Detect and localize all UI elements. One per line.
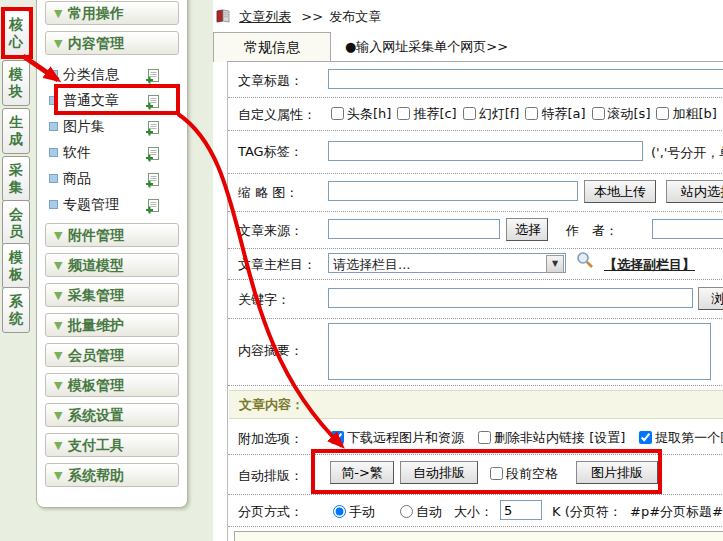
breadcrumb-link[interactable]: 文章列表	[239, 9, 291, 24]
sidebar-item-label: 图片集	[63, 118, 105, 134]
browse-button[interactable]: 浏览	[698, 287, 723, 310]
sidebar-item[interactable]: 普通文章	[37, 87, 187, 113]
attr-checkbox[interactable]	[331, 107, 344, 120]
vertical-tab-label: 模块	[8, 66, 24, 100]
attr-checkbox-item[interactable]: 特荐[a]	[525, 105, 585, 123]
sidebar-item[interactable]: 商品	[37, 165, 187, 191]
summary-textarea[interactable]	[328, 323, 711, 380]
search-category-icon[interactable]	[576, 251, 594, 272]
chevron-down-icon: ▼	[54, 285, 62, 307]
sidebar-group-button[interactable]: ▼ 模板管理	[45, 373, 179, 397]
sidebar-group-label: 模板管理	[68, 377, 124, 393]
attr-checkbox-item[interactable]: 滚动[s]	[592, 105, 651, 123]
sidebar-group-button[interactable]: ▼ 频道模型	[45, 253, 179, 277]
sidebar-group-label: 会员管理	[68, 347, 124, 363]
author-input[interactable]	[652, 219, 723, 239]
tab-general-info[interactable]: 常规信息	[213, 32, 331, 62]
auto-typeset-label: 自动排版：	[238, 467, 303, 485]
sidebar-group-button[interactable]: ▼ 采集管理	[45, 283, 179, 307]
vertical-tab-label: 模板	[8, 249, 24, 283]
custom-attrs-group: 头条[h] 推荐[c] 幻灯[f] 特荐[a] 滚动[s] 加粗[b] 图	[331, 105, 723, 123]
breadcrumb-current: 发布文章	[329, 9, 381, 24]
tag-input[interactable]	[328, 141, 643, 161]
sidebar-panel: ▼ 常用操作 ▼ 内容管理 分类信息	[36, 0, 188, 508]
sidebar-item[interactable]: 软件	[37, 139, 187, 165]
paging-size-input[interactable]	[500, 500, 542, 520]
chevron-down-icon: ▼	[54, 405, 62, 427]
attr-checkbox[interactable]	[592, 107, 605, 120]
chevron-down-icon: ▼	[54, 435, 62, 457]
auto-typeset-button[interactable]: 自动排版	[400, 461, 478, 484]
extra-option-item[interactable]: 下载远程图片和资源	[331, 429, 464, 447]
sidebar-group-button[interactable]: ▼ 系统帮助	[45, 463, 179, 487]
extra-option-item[interactable]: 删除非站内链接 [设置]	[478, 429, 625, 447]
vertical-tab[interactable]: 核心	[2, 10, 30, 56]
paging-manual-radio[interactable]	[333, 505, 346, 518]
content-editor-box[interactable]	[234, 531, 723, 541]
sidebar-groups-bottom: ▼ 附件管理 ▼ 频道模型 ▼ 采集管理 ▼ 批量维护 ▼ 会员管理 ▼ 模板管…	[37, 223, 187, 487]
attr-checkbox[interactable]	[397, 107, 410, 120]
extra-option-checkbox[interactable]	[478, 431, 491, 444]
paragraph-indent-item[interactable]: 段前空格	[490, 465, 558, 483]
source-select-button[interactable]: 选择	[506, 218, 548, 241]
extra-option-checkbox[interactable]	[639, 431, 652, 444]
sidebar-group-button[interactable]: ▼ 支付工具	[45, 433, 179, 457]
category-select[interactable]: 请选择栏目... ▼	[328, 253, 566, 273]
attr-checkbox-item[interactable]: 幻灯[f]	[463, 105, 520, 123]
attr-checkbox[interactable]	[525, 107, 538, 120]
paragraph-indent-checkbox[interactable]	[490, 467, 503, 480]
attr-checkbox-item[interactable]: 加粗[b]	[656, 105, 716, 123]
sidebar-group-button[interactable]: ▼ 系统设置	[45, 403, 179, 427]
extra-option-checkbox[interactable]	[331, 431, 344, 444]
tab-collect-url[interactable]: ●输入网址采集单个网页>>	[345, 38, 508, 56]
source-input[interactable]	[328, 219, 500, 239]
vertical-tab[interactable]: 模板	[2, 243, 30, 289]
sidebar-group-label: 系统设置	[68, 407, 124, 423]
vertical-tab-label: 生成	[8, 114, 24, 148]
breadcrumb-separator: >>	[301, 9, 323, 24]
sidebar-item[interactable]: 图片集	[37, 113, 187, 139]
author-label: 作 者：	[566, 222, 618, 240]
sidebar-item[interactable]: 分类信息	[37, 61, 187, 87]
row-keyword: 关键字： 浏览	[228, 279, 723, 319]
vertical-tab[interactable]: 会员	[2, 200, 30, 246]
paging-auto-radio[interactable]	[400, 505, 413, 518]
attr-checkbox-label: 头条[h]	[347, 106, 391, 121]
row-paging: 分页方式： 手动 自动 大小： K (分页符： #p#分页标题#e# )	[228, 494, 723, 527]
row-source: 文章来源： 选择 作 者：	[228, 211, 723, 249]
attr-checkbox-item[interactable]: 头条[h]	[331, 105, 391, 123]
site-select-button[interactable]: 站内选择	[666, 180, 723, 203]
vertical-tab[interactable]: 采集	[2, 156, 30, 202]
sidebar-group-label: 内容管理	[68, 35, 124, 51]
sidebar-group-label: 支付工具	[68, 437, 124, 453]
add-document-icon[interactable]	[145, 196, 160, 222]
attr-checkbox[interactable]	[656, 107, 669, 120]
vertical-tab[interactable]: 生成	[2, 108, 30, 154]
paging-auto-item[interactable]: 自动	[400, 503, 442, 521]
sidebar-item[interactable]: 专题管理	[37, 191, 187, 217]
extra-option-item[interactable]: 提取第一个图	[639, 429, 723, 447]
vertical-tab[interactable]: 系统	[2, 287, 30, 333]
sidebar-item-label: 专题管理	[63, 196, 119, 212]
sidebar-group-button[interactable]: ▼ 内容管理	[45, 31, 179, 55]
vertical-tab[interactable]: 模块	[2, 60, 30, 106]
local-upload-button[interactable]: 本地上传	[584, 180, 656, 203]
title-input[interactable]	[328, 69, 723, 89]
sub-category-link[interactable]: 【选择副栏目】	[604, 256, 695, 274]
simplified-to-traditional-button[interactable]: 简->繁	[330, 461, 394, 484]
chevron-down-icon: ▼	[54, 225, 62, 247]
attr-checkbox[interactable]	[463, 107, 476, 120]
sidebar-item-label: 普通文章	[63, 92, 119, 108]
sidebar-group-button[interactable]: ▼ 常用操作	[45, 1, 179, 25]
paging-manual-item[interactable]: 手动	[333, 503, 375, 521]
sidebar-group-button[interactable]: ▼ 批量维护	[45, 313, 179, 337]
thumbnail-input[interactable]	[328, 181, 578, 201]
book-icon	[215, 9, 235, 24]
sidebar-group-button[interactable]: ▼ 会员管理	[45, 343, 179, 367]
row-custom-attrs: 自定义属性： 头条[h] 推荐[c] 幻灯[f] 特荐[a] 滚动[s] 加粗[…	[228, 97, 723, 131]
attr-checkbox-item[interactable]: 推荐[c]	[397, 105, 456, 123]
image-typeset-button[interactable]: 图片排版	[576, 461, 658, 484]
keyword-input[interactable]	[328, 288, 693, 308]
extra-options-label: 附加选项：	[238, 430, 303, 448]
sidebar-group-button[interactable]: ▼ 附件管理	[45, 223, 179, 247]
